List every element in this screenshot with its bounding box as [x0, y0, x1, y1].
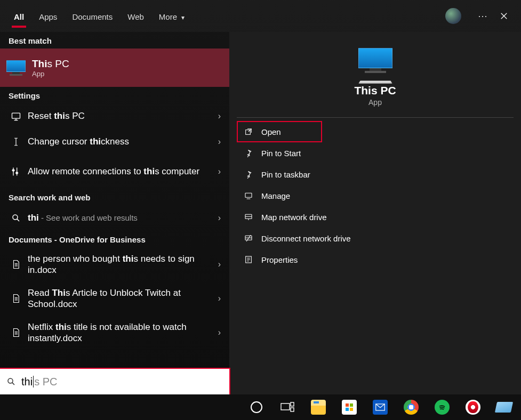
taskbar-chrome[interactable] — [397, 396, 425, 418]
document-icon — [9, 293, 23, 304]
action-pin-start[interactable]: Pin to Start — [237, 142, 514, 164]
chevron-right-icon: › — [218, 213, 221, 223]
search-typed-text: thi — [21, 376, 33, 388]
task-view-icon — [280, 402, 294, 413]
section-header-best-match: Best match — [0, 32, 229, 49]
search-input[interactable]: this PC — [0, 369, 229, 394]
preview-column: This PC App Open Pin to Start Pin to tas… — [229, 32, 521, 394]
spotify-icon — [435, 400, 450, 415]
pin-icon — [244, 170, 254, 179]
search-filter-tabs: All Apps Documents Web More ▾ ⋯ — [0, 0, 521, 32]
chevron-right-icon: › — [218, 111, 221, 121]
close-icon[interactable] — [493, 5, 515, 27]
taskbar-cortana[interactable] — [243, 396, 270, 418]
taskbar-app[interactable] — [490, 396, 518, 418]
windows-search-panel: All Apps Documents Web More ▾ ⋯ Best mat… — [0, 0, 521, 394]
this-pc-icon — [6, 60, 26, 75]
action-label: Pin to Start — [261, 149, 301, 158]
document-result-2[interactable]: Netflix this title is not available to w… — [0, 316, 229, 350]
svg-rect-12 — [291, 408, 294, 411]
disconnect-drive-icon — [244, 234, 254, 243]
mail-icon — [373, 400, 388, 415]
taskbar-file-explorer[interactable] — [304, 396, 332, 418]
taskbar-opera[interactable] — [459, 396, 487, 418]
settings-item-remote-connections[interactable]: Allow remote connections to this compute… — [0, 155, 229, 189]
chevron-right-icon: › — [218, 260, 221, 269]
action-properties[interactable]: Properties — [237, 249, 514, 270]
user-avatar[interactable] — [445, 8, 461, 24]
action-label: Map network drive — [261, 213, 327, 222]
this-pc-icon — [358, 48, 392, 74]
document-icon — [9, 327, 23, 338]
document-icon — [9, 259, 23, 270]
action-pin-taskbar[interactable]: Pin to taskbar — [237, 164, 514, 185]
svg-rect-0 — [12, 113, 20, 118]
svg-rect-5 — [245, 193, 252, 197]
properties-icon — [244, 255, 254, 264]
microsoft-store-icon — [342, 400, 357, 415]
action-label: Open — [261, 127, 281, 136]
action-open[interactable]: Open — [237, 121, 322, 142]
taskbar-microsoft-store[interactable] — [335, 396, 363, 418]
text-caret — [33, 376, 34, 387]
results-column: Best match This PC App Settings Reset th… — [0, 32, 229, 394]
section-header-settings: Settings — [0, 87, 229, 103]
svg-point-3 — [13, 215, 18, 220]
action-label: Properties — [261, 255, 298, 264]
taskbar-task-view[interactable] — [274, 396, 301, 418]
preview-subtitle: App — [368, 98, 382, 107]
action-label: Pin to taskbar — [261, 170, 310, 179]
action-label: Disconnect network drive — [261, 234, 351, 243]
search-icon — [9, 213, 23, 223]
chevron-right-icon: › — [218, 294, 221, 303]
taskbar-mail[interactable] — [366, 396, 394, 418]
preview-header: This PC App — [237, 48, 514, 118]
best-match-subtitle: App — [32, 70, 69, 78]
chevron-down-icon: ▾ — [181, 14, 185, 21]
preview-title: This PC — [354, 84, 396, 97]
app-icon — [495, 402, 513, 413]
tab-documents[interactable]: Documents — [65, 6, 120, 27]
document-result-0[interactable]: the person who bought this needs to sign… — [0, 247, 229, 281]
chevron-right-icon: › — [218, 137, 221, 147]
web-search-item[interactable]: thi - See work and web results › — [0, 205, 229, 231]
file-explorer-icon — [311, 400, 326, 415]
action-disconnect-drive[interactable]: Disconnect network drive — [237, 228, 514, 249]
section-header-search-web: Search work and web — [0, 189, 229, 205]
document-result-1[interactable]: Read This Article to Unblock Twitch at S… — [0, 281, 229, 316]
action-label: Manage — [261, 191, 290, 200]
search-autocomplete-ghost: s PC — [34, 376, 57, 388]
tab-web[interactable]: Web — [120, 6, 151, 27]
open-icon — [244, 127, 254, 136]
cortana-icon — [251, 401, 262, 413]
tab-apps[interactable]: Apps — [31, 6, 65, 27]
sliders-icon — [9, 166, 23, 177]
tab-all[interactable]: All — [6, 6, 31, 27]
action-map-drive[interactable]: Map network drive — [237, 206, 514, 228]
tab-more-label: More — [159, 12, 177, 21]
search-icon — [6, 377, 16, 386]
settings-item-reset-pc[interactable]: Reset this PC › — [0, 103, 229, 129]
taskbar — [0, 394, 521, 420]
more-options-icon[interactable]: ⋯ — [472, 5, 493, 27]
pin-icon — [244, 149, 254, 157]
best-match-result[interactable]: This PC App — [0, 49, 229, 87]
action-manage[interactable]: Manage — [237, 185, 514, 206]
map-drive-icon — [244, 213, 254, 221]
settings-item-cursor-thickness[interactable]: Change cursor thickness › — [0, 129, 229, 155]
tab-more[interactable]: More ▾ — [151, 6, 192, 27]
section-header-documents: Documents - OneDrive for Business — [0, 231, 229, 247]
svg-rect-11 — [291, 402, 294, 406]
svg-rect-10 — [281, 403, 290, 410]
cursor-icon — [9, 137, 23, 147]
reset-icon — [9, 111, 23, 122]
chrome-icon — [404, 400, 419, 415]
best-match-title: This PC — [32, 58, 69, 70]
manage-icon — [244, 191, 254, 200]
opera-icon — [466, 400, 480, 415]
chevron-right-icon: › — [218, 167, 221, 176]
svg-point-9 — [8, 378, 13, 383]
preview-actions: Open Pin to Start Pin to taskbar Manage … — [229, 118, 521, 273]
taskbar-spotify[interactable] — [428, 396, 456, 418]
chevron-right-icon: › — [218, 328, 221, 337]
